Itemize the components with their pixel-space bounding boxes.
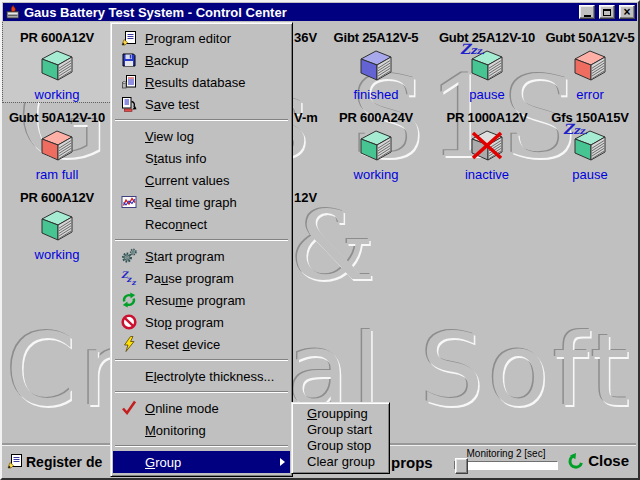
menu-separator (115, 445, 288, 447)
backup-icon (119, 52, 139, 68)
menu-item-label: Backup (145, 53, 188, 68)
device-status: finished (322, 87, 430, 102)
no-icon (119, 150, 139, 166)
menu-separator (115, 359, 288, 361)
clipped-device-label: 12V (294, 190, 317, 205)
menu-item-monitoring[interactable]: Monitoring (113, 419, 290, 441)
device-status: ram full (3, 167, 111, 182)
close-button[interactable]: Close (567, 452, 629, 469)
submenu-item-groupping[interactable]: Groupping (294, 406, 387, 422)
menu-item-stop-program[interactable]: Stop program (113, 311, 290, 333)
close-window-button[interactable]: × (619, 5, 635, 19)
device-working-icon (38, 48, 76, 84)
device-cell-gfs-150a15v[interactable]: Gfs 150A15VZzz.pause (536, 102, 636, 182)
sleep-zzz-icon: Zzz. (460, 41, 485, 57)
device-error-icon (571, 48, 609, 84)
device-name: Gubt 50A12V-10 (3, 110, 111, 125)
menu-item-label: Results database (145, 75, 245, 90)
device-name: Gubt 25A12V-10 (433, 30, 541, 45)
clipped-device-label: V-m (294, 110, 318, 125)
no-icon (119, 368, 139, 384)
device-working-icon (357, 128, 395, 164)
menu-item-current-values[interactable]: Current values (113, 169, 290, 191)
menu-item-start-program[interactable]: Start program (113, 245, 290, 267)
device-ram-full-icon (38, 128, 76, 164)
desktop-canvas: Gaus S1S & Crystal Soft PR 600A12Vworkin… (2, 22, 636, 478)
device-status: inactive (433, 167, 541, 182)
device-cell-gubt-50a12v-5[interactable]: Gubt 50A12V-5error (536, 22, 636, 102)
slider-track[interactable] (454, 461, 558, 470)
menu-item-resume-program[interactable]: Resume program (113, 289, 290, 311)
device-cell-pr-1000a12v[interactable]: PR 1000A12Vinactive (433, 102, 541, 182)
menu-item-pause-program[interactable]: ZzzPause program (113, 267, 290, 289)
menu-item-view-log[interactable]: View log (113, 125, 290, 147)
menu-separator (115, 239, 288, 241)
context-menu: Program editorBackupResults databaseSave… (110, 22, 293, 477)
device-cell-gubt-50a12v-10[interactable]: Gubt 50A12V-10ram full (3, 102, 111, 182)
device-name: PR 600A12V (3, 190, 111, 205)
menu-separator (115, 391, 288, 393)
green-return-arrow-icon (567, 453, 584, 469)
menu-item-results-database[interactable]: Results database (113, 71, 290, 93)
app-window: Gaus Battery Test System - Control Cente… (0, 0, 640, 480)
monitoring-slider-label: Monitoring 2 [sec] (454, 448, 558, 459)
resume-icon (119, 292, 139, 308)
close-icon: × (623, 7, 630, 17)
device-finished-icon (357, 48, 395, 84)
slider-thumb[interactable] (455, 458, 468, 474)
device-status: pause (433, 87, 541, 102)
program-editor-icon (119, 30, 139, 46)
realtime-graph-icon (119, 194, 139, 210)
menu-item-save-test[interactable]: Save test (113, 93, 290, 115)
device-name: PR 600A24V (322, 110, 430, 125)
no-icon (119, 172, 139, 188)
device-cell-gibt-25a12v-5[interactable]: Gibt 25A12V-5finished (322, 22, 430, 102)
submenu-item-clear-group[interactable]: Clear group (294, 454, 387, 470)
device-name: PR 600A12V (3, 30, 111, 45)
submenu-item-group-start[interactable]: Group start (294, 422, 387, 438)
device-cell-gubt-25a12v-10[interactable]: Gubt 25A12V-10Zzz.pause (433, 22, 541, 102)
menu-item-label: Start program (145, 249, 224, 264)
menu-item-real-time-graph[interactable]: Real time graph (113, 191, 290, 213)
menu-item-backup[interactable]: Backup (113, 49, 290, 71)
close-button-label: Close (588, 452, 629, 469)
device-name: Gubt 50A12V-5 (536, 30, 636, 45)
watermark-amp: & (290, 190, 375, 302)
device-cell-pr-600a12v[interactable]: PR 600A12Vworking (3, 182, 111, 262)
minimize-button[interactable] (579, 5, 595, 19)
submenu-item-group-stop[interactable]: Group stop (294, 438, 387, 454)
group-submenu: GrouppingGroup startGroup stopClear grou… (291, 402, 390, 474)
register-device-button[interactable]: Register de (7, 453, 102, 470)
no-icon (119, 128, 139, 144)
no-icon (119, 422, 139, 438)
menu-item-reset-device[interactable]: Reset device (113, 333, 290, 355)
save-test-icon (119, 96, 139, 112)
menu-item-status-info[interactable]: Status info (113, 147, 290, 169)
clipped-device-label: 36V (294, 30, 317, 45)
maximize-button[interactable] (599, 5, 615, 19)
device-cell-pr-600a24v[interactable]: PR 600A24Vworking (322, 102, 430, 182)
menu-item-online-mode[interactable]: Online mode (113, 397, 290, 419)
menu-item-reconnect[interactable]: Reconnect (113, 213, 290, 235)
device-name: PR 1000A12V (433, 110, 541, 125)
menu-item-electrolyte-thickness[interactable]: Electrolyte thickness... (113, 365, 290, 387)
device-status: pause (536, 167, 636, 182)
menu-item-label: Pause program (145, 271, 234, 286)
minimize-icon (584, 15, 591, 17)
menu-item-program-editor[interactable]: Program editor (113, 27, 290, 49)
device-cell-pr-600a12v[interactable]: PR 600A12Vworking (3, 22, 111, 102)
document-pencil-icon (7, 453, 24, 470)
device-pause-icon: Zzz. (468, 48, 506, 84)
menu-item-label: Program editor (145, 31, 231, 46)
no-icon (119, 216, 139, 232)
zzz-icon: Zzz (119, 270, 139, 286)
props-button[interactable]: props (391, 454, 433, 471)
device-status: working (322, 167, 430, 182)
menu-item-label: Resume program (145, 293, 245, 308)
menu-item-label: Real time graph (145, 195, 237, 210)
menu-item-label: Reset device (145, 337, 220, 352)
menu-item-group[interactable]: Group (113, 451, 290, 473)
svg-text:z: z (132, 278, 137, 286)
submenu-arrow-icon (280, 458, 285, 466)
menu-item-label: Electrolyte thickness... (145, 369, 274, 384)
